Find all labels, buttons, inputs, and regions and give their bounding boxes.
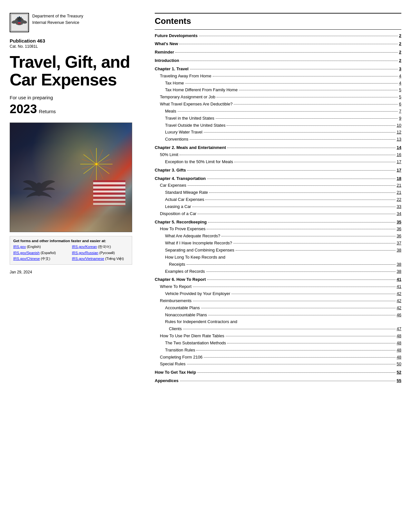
toc-label: Actual Car Expenses — [165, 197, 204, 203]
toc-row: Chapter 1. Travel3 — [155, 65, 401, 73]
toc-page-number[interactable]: 2 — [399, 41, 401, 47]
toc-dots — [187, 364, 396, 364]
toc-dots — [207, 280, 396, 280]
toc-page-number[interactable]: 37 — [397, 240, 401, 246]
link-spanish-url[interactable]: IRS.gov/Spanish — [13, 251, 40, 255]
toc-page-number[interactable]: 10 — [397, 123, 401, 129]
toc-page-number[interactable]: 7 — [399, 108, 401, 114]
toc-page-number[interactable]: 17 — [397, 159, 401, 165]
svg-line-19 — [83, 164, 96, 174]
toc-page-number[interactable]: 2 — [399, 49, 401, 55]
toc-page-number[interactable]: 38 — [397, 247, 401, 253]
toc-label: How To Use Per Diem Rate Tables — [160, 333, 224, 339]
toc-page-number[interactable]: 48 — [397, 340, 401, 346]
link-chinese-url[interactable]: IRS.gov/Chinese — [13, 257, 40, 261]
toc-label[interactable]: What's New — [155, 41, 178, 47]
svg-line-23 — [96, 159, 111, 164]
header-row: Department of the Treasury Internal Reve… — [10, 13, 145, 32]
toc-label[interactable]: Appendices — [155, 378, 179, 384]
toc-row: Chapter 6. How To Report41 — [155, 276, 401, 283]
toc-page-number[interactable]: 55 — [397, 378, 401, 384]
toc-page-number[interactable]: 5 — [399, 94, 401, 100]
toc-page-number[interactable]: 41 — [397, 277, 401, 283]
toc-page-number[interactable]: 52 — [397, 369, 401, 376]
link-english-url[interactable]: IRS.gov — [13, 245, 26, 249]
toc-page-number[interactable]: 38 — [397, 261, 401, 268]
toc-dots — [175, 52, 398, 53]
main-title: Travel, Gift, and Car Expenses — [10, 53, 145, 88]
toc-page-number[interactable]: 12 — [397, 129, 401, 135]
svg-line-17 — [96, 164, 109, 174]
toc-page-number[interactable]: 46 — [397, 312, 401, 318]
toc-page-number[interactable]: 6 — [399, 101, 401, 107]
svg-line-15 — [96, 154, 109, 164]
toc-page-number[interactable]: 48 — [397, 354, 401, 360]
toc-label[interactable]: Chapter 2. Meals and Entertainment — [155, 145, 226, 151]
link-vietnamese[interactable]: IRS.gov/Vietnamese (Tiếng Việt) — [72, 256, 129, 262]
toc-row: Chapter 5. Recordkeeping35 — [155, 219, 401, 226]
toc-page-number[interactable]: 9 — [399, 115, 401, 122]
toc-label[interactable]: Chapter 1. Travel — [155, 66, 189, 72]
toc-label[interactable]: How To Get Tax Help — [155, 369, 196, 376]
toc-dots — [217, 97, 398, 97]
toc-page-number[interactable]: 22 — [397, 197, 401, 203]
toc-page-number[interactable]: 34 — [397, 211, 401, 217]
toc-page-number[interactable]: 17 — [397, 167, 401, 173]
toc-page-number[interactable]: 18 — [397, 176, 401, 182]
toc-label: Disposition of a Car — [160, 211, 196, 217]
toc-page-number[interactable]: 42 — [397, 305, 401, 311]
svg-line-24 — [96, 164, 111, 169]
link-spanish[interactable]: IRS.gov/Spanish (Español) — [13, 250, 70, 256]
link-russian-url[interactable]: IRS.gov/Russian — [72, 251, 98, 255]
toc-label[interactable]: Future Developments — [155, 33, 198, 39]
fireworks-graphic — [77, 145, 116, 183]
toc-dots — [183, 329, 396, 329]
toc-label[interactable]: Chapter 4. Transportation — [155, 176, 206, 182]
toc-dots — [226, 336, 396, 336]
toc-dots — [208, 315, 395, 315]
toc-page-number[interactable]: 13 — [397, 136, 401, 143]
toc-page-number[interactable]: 16 — [397, 152, 401, 158]
link-russian[interactable]: IRS.gov/Russian (Русский) — [72, 250, 129, 256]
toc-page-number[interactable]: 47 — [397, 326, 401, 332]
toc-page-number[interactable]: 35 — [397, 219, 401, 225]
toc-page-number[interactable]: 21 — [397, 182, 401, 189]
toc-page-number[interactable]: 38 — [397, 269, 401, 275]
toc-page-number[interactable]: 3 — [399, 66, 401, 72]
toc-label[interactable]: Introduction — [155, 58, 179, 64]
irs-logo — [10, 13, 29, 32]
link-korean-url[interactable]: IRS.gov/Korean — [72, 245, 97, 249]
link-english[interactable]: IRS.gov (English) — [13, 244, 70, 250]
link-korean[interactable]: IRS.gov/Korean (한국어) — [72, 244, 129, 250]
toc-page-number[interactable]: 36 — [397, 233, 401, 239]
toc-page-number[interactable]: 4 — [399, 80, 401, 86]
toc-dots — [185, 83, 398, 84]
toc-page-number[interactable]: 42 — [397, 298, 401, 304]
toc-page-number[interactable]: 50 — [397, 361, 401, 367]
toc-dots — [227, 125, 395, 126]
toc-dots — [234, 162, 396, 162]
toc-page-number[interactable]: 48 — [397, 333, 401, 339]
toc-page-number[interactable]: 36 — [397, 226, 401, 232]
toc-page-number[interactable]: 41 — [397, 284, 401, 290]
toc-page-number[interactable]: 2 — [399, 33, 401, 39]
link-chinese[interactable]: IRS.gov/Chinese (中文) — [13, 256, 70, 262]
toc-row: 50% Limit16 — [155, 152, 401, 159]
toc-row: Nonaccountable Plans46 — [155, 311, 401, 319]
toc-page-number[interactable]: 4 — [399, 73, 401, 79]
toc-page-number[interactable]: 42 — [397, 291, 401, 297]
toc-page-number[interactable]: 5 — [399, 87, 401, 93]
toc-label[interactable]: Chapter 3. Gifts — [155, 167, 186, 173]
toc-page-number[interactable]: 21 — [397, 190, 401, 196]
toc-label[interactable]: Reminder — [155, 49, 174, 55]
toc-page-number[interactable]: 2 — [399, 58, 401, 64]
toc-page-number[interactable]: 33 — [397, 204, 401, 210]
toc-row: Standard Mileage Rate21 — [155, 189, 401, 196]
toc-label[interactable]: Chapter 6. How To Report — [155, 277, 206, 283]
toc-page-number[interactable]: 48 — [397, 347, 401, 353]
toc-page-number[interactable]: 14 — [397, 145, 401, 151]
toc-label[interactable]: Chapter 5. Recordkeeping — [155, 219, 207, 225]
toc-row: Chapter 2. Meals and Entertainment14 — [155, 144, 401, 152]
svg-point-31 — [36, 182, 42, 188]
link-vietnamese-url[interactable]: IRS.gov/Vietnamese — [72, 257, 104, 261]
